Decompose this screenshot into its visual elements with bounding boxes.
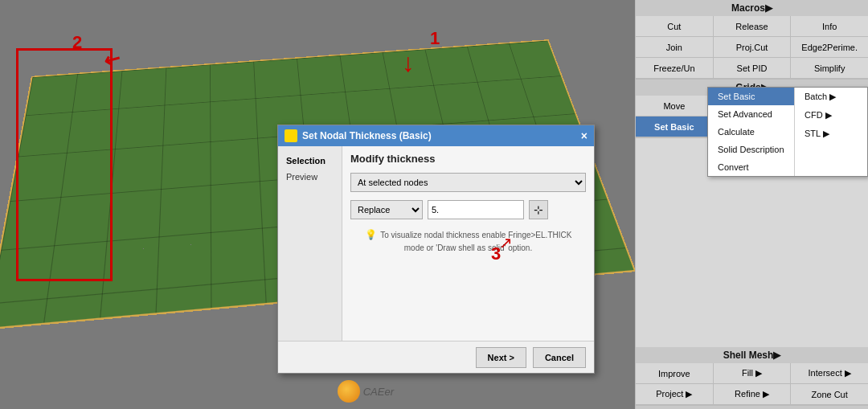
annotation-label-2: 2 [72, 32, 82, 53]
shell-project[interactable]: Project ▶ [636, 384, 714, 404]
dialog-footer: Next > Cancel [278, 341, 594, 373]
dialog-cancel-button[interactable]: Cancel [533, 347, 586, 368]
annotation-arrow-1: ↓ [402, 48, 415, 78]
dialog-app-icon [285, 129, 297, 142]
right-panel: Macros▶ Cut Release Info Join Proj.Cut E… [635, 0, 868, 409]
annotation-label-1: 1 [430, 28, 440, 49]
annotation-arrow-3: ↗ [499, 233, 513, 252]
caeer-logo-icon [338, 380, 360, 403]
dialog-title-bar: Set Nodal Thickness (Basic) × [278, 125, 594, 146]
dropdown-cfd[interactable]: CFD ▶ [795, 106, 867, 125]
dropdown-solid-description[interactable]: Solid Description [708, 141, 794, 158]
shell-intersect[interactable]: Intersect ▶ [791, 363, 868, 383]
macros-projcut[interactable]: Proj.Cut [714, 37, 792, 57]
shell-mesh-row-2: Project ▶ Refine ▶ Zone Cut [636, 384, 868, 405]
macros-setpid[interactable]: Set PID [714, 58, 792, 78]
dropdown-calculate[interactable]: Calculate [708, 123, 794, 141]
bulb-icon: 💡 [365, 229, 377, 240]
macros-section: Macros▶ Cut Release Info Join Proj.Cut E… [636, 0, 868, 80]
macros-row-2: Join Proj.Cut Edge2Perime. [636, 37, 868, 58]
shell-mesh-row-1: Improve Fill ▶ Intersect ▶ [636, 363, 868, 384]
dialog-replace-row: Replace ⊹ [350, 200, 586, 219]
dropdown-set-advanced[interactable]: Set Advanced [708, 105, 794, 123]
dialog-pick-button[interactable]: ⊹ [529, 200, 548, 219]
macros-title: Macros▶ [636, 0, 868, 16]
dialog-title: Set Nodal Thickness (Basic) [302, 130, 581, 141]
dropdown-stl[interactable]: STL ▶ [795, 125, 867, 143]
shell-mesh-section: Shell Mesh▶ Improve Fill ▶ Intersect ▶ P… [636, 347, 868, 406]
elements-section: Elements▶ Split ▶ Swap New ▶ Info ▶ Join… [636, 406, 868, 409]
dialog-content-title: Modify thickness [350, 153, 586, 165]
dropdown-convert[interactable]: Convert [708, 158, 794, 176]
dialog-node-dropdown[interactable]: At selected nodes [350, 173, 586, 192]
dialog-sidebar-selection[interactable]: Selection [281, 153, 338, 169]
macros-row-3: Freeze/Un Set PID Simplify [636, 58, 868, 79]
macros-freezeun[interactable]: Freeze/Un [636, 58, 714, 78]
dialog-sidebar-preview[interactable]: Preview [281, 169, 338, 185]
watermark: CAEer [338, 380, 394, 403]
macros-release[interactable]: Release [714, 16, 792, 36]
3d-viewport: 2 ↙ 1 ↓ Set Nodal Thickness (Basic) × Se… [0, 0, 635, 409]
dialog-close-button[interactable]: × [581, 129, 588, 142]
grids-move[interactable]: Move [636, 96, 714, 116]
elements-title: Elements▶ [636, 406, 868, 409]
dialog-content-area: Modify thickness At selected nodes Repla… [342, 146, 594, 341]
set-nodal-thickness-dialog: Set Nodal Thickness (Basic) × Selection … [277, 125, 595, 374]
selection-box [16, 48, 113, 281]
shell-refine[interactable]: Refine ▶ [714, 384, 792, 404]
watermark-text: CAEer [363, 386, 394, 398]
macros-info[interactable]: Info [791, 16, 868, 36]
shell-mesh-title: Shell Mesh▶ [636, 347, 868, 363]
macros-edge2perime[interactable]: Edge2Perime. [791, 37, 868, 57]
shell-improve[interactable]: Improve [636, 363, 714, 383]
dialog-thickness-value[interactable] [428, 200, 524, 219]
macros-cut[interactable]: Cut [636, 16, 714, 36]
grids-dropdown-menu: Set Basic Set Advanced Calculate Solid D… [707, 87, 868, 177]
dialog-info-text: 💡 To visualize nodal thickness enable Fr… [350, 227, 586, 254]
grids-set-basic[interactable]: Set Basic [636, 117, 714, 137]
macros-join[interactable]: Join [636, 37, 714, 57]
dialog-sidebar: Selection Preview [278, 146, 342, 341]
dialog-replace-dropdown[interactable]: Replace [350, 200, 423, 219]
dialog-next-button[interactable]: Next > [476, 347, 526, 368]
shell-zone-cut[interactable]: Zone Cut [791, 384, 868, 404]
dropdown-batch[interactable]: Batch ▶ [795, 88, 867, 106]
shell-fill[interactable]: Fill ▶ [714, 363, 792, 383]
dropdown-set-basic[interactable]: Set Basic [708, 88, 794, 105]
macros-row-1: Cut Release Info [636, 16, 868, 37]
macros-simplify[interactable]: Simplify [791, 58, 868, 78]
